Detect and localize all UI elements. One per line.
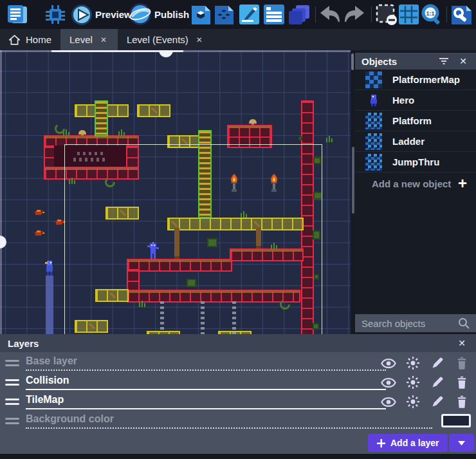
close-icon[interactable]: ✕ bbox=[455, 338, 468, 348]
search-icon bbox=[458, 317, 470, 329]
grid-icon[interactable] bbox=[399, 4, 419, 25]
layer-effects-icon[interactable] bbox=[405, 395, 421, 408]
add-layer-dropdown-button[interactable] bbox=[449, 434, 474, 452]
object-item-platform[interactable]: Platform bbox=[355, 111, 476, 131]
bird-blue-sprite[interactable] bbox=[44, 260, 54, 276]
object-item-ladder[interactable]: Ladder bbox=[355, 131, 476, 152]
canvas-vscrollbar-handle[interactable] bbox=[0, 236, 6, 248]
zoom-1-1-icon[interactable]: 1:1 bbox=[421, 4, 443, 25]
layer-name-field[interactable]: Base layer bbox=[26, 355, 386, 371]
bird-red-sprite[interactable] bbox=[54, 218, 65, 227]
layers-icon[interactable] bbox=[288, 4, 311, 25]
objects-panel-header: Objects ✕ bbox=[355, 53, 476, 70]
edit-scene-icon[interactable] bbox=[239, 4, 259, 25]
edit-layer-icon[interactable] bbox=[430, 376, 445, 389]
layer-name-field[interactable]: Background color bbox=[26, 413, 432, 429]
gdevelop-window: Preview Publish bbox=[0, 0, 476, 459]
add-layer-button[interactable]: Add a layer bbox=[368, 434, 448, 452]
object-item-label: Platform bbox=[392, 115, 432, 126]
branch-decor bbox=[151, 107, 158, 114]
debug-icon[interactable] bbox=[44, 4, 67, 25]
layer-name-field[interactable]: Collision bbox=[26, 375, 386, 390]
edit-layer-icon[interactable] bbox=[430, 357, 445, 370]
background-color-swatch[interactable] bbox=[441, 414, 471, 427]
delete-layer-icon[interactable] bbox=[454, 395, 470, 408]
bird-red-sprite[interactable] bbox=[33, 229, 44, 238]
object-item-jumpthru[interactable]: JumpThru bbox=[355, 152, 476, 173]
drag-handle-icon[interactable] bbox=[5, 398, 19, 405]
plus-icon: + bbox=[458, 177, 467, 190]
objects-list: PlatformerMapHeroPlatformLadderJumpThruA… bbox=[355, 70, 476, 194]
tab-level[interactable]: Level ✕ bbox=[60, 29, 118, 50]
mushroom-decor bbox=[248, 118, 258, 125]
tiles-icon bbox=[365, 133, 382, 150]
tiles-icon bbox=[365, 113, 382, 129]
delete-layer-icon[interactable] bbox=[454, 376, 470, 389]
tab-close-icon[interactable]: ✕ bbox=[194, 34, 205, 46]
plus-icon bbox=[377, 439, 385, 447]
toolbar-separator bbox=[446, 6, 447, 23]
visibility-eye-icon[interactable] bbox=[381, 376, 396, 389]
layer-effects-icon[interactable] bbox=[405, 376, 421, 389]
home-icon bbox=[9, 35, 20, 45]
object-item-platformermap[interactable]: PlatformerMap bbox=[355, 70, 476, 90]
layers-panel: Layers ✕ Base layerCollisionTileMapBackg… bbox=[0, 334, 476, 454]
tab-level-events[interactable]: Level (Events) ✕ bbox=[118, 29, 214, 50]
object-item-hero[interactable]: Hero bbox=[355, 90, 476, 111]
tilemap-icon bbox=[365, 71, 382, 88]
filter-icon[interactable] bbox=[436, 55, 452, 68]
main-toolbar: Preview Publish bbox=[0, 0, 476, 29]
vine-decor bbox=[54, 123, 66, 135]
undo-icon[interactable] bbox=[319, 4, 341, 25]
visibility-eye-icon[interactable] bbox=[381, 395, 396, 408]
canvas-vscrollbar-track[interactable] bbox=[0, 50, 2, 334]
tab-bar: Home Level ✕ Level (Events) ✕ bbox=[0, 29, 476, 50]
layer-row-tilemap[interactable]: TileMap bbox=[0, 392, 476, 411]
preview-icon[interactable] bbox=[71, 4, 93, 25]
add-object-icon[interactable] bbox=[192, 4, 210, 25]
add-new-object-button[interactable]: Add a new object+ bbox=[355, 173, 476, 194]
grass-decor bbox=[325, 135, 334, 142]
panel-divider[interactable] bbox=[351, 50, 355, 334]
clear-selection-icon[interactable] bbox=[376, 4, 398, 25]
search-input[interactable]: Search objects bbox=[362, 318, 458, 329]
chevron-down-icon bbox=[458, 441, 465, 445]
green-block-decor bbox=[298, 136, 302, 140]
events-list-icon[interactable] bbox=[264, 4, 284, 25]
object-groups-icon[interactable] bbox=[215, 4, 233, 25]
preview-label[interactable]: Preview bbox=[95, 0, 132, 29]
scene-canvas[interactable]: 317;204 bbox=[0, 50, 351, 334]
tiles-icon bbox=[365, 154, 382, 171]
tab-home[interactable]: Home bbox=[0, 29, 60, 50]
layer-row-base-layer[interactable]: Base layer bbox=[0, 353, 476, 373]
search-objects-bar[interactable]: Search objects bbox=[355, 314, 476, 332]
tab-close-icon[interactable]: ✕ bbox=[98, 34, 109, 46]
drag-handle-icon[interactable] bbox=[5, 418, 19, 424]
add-new-object-label: Add a new object bbox=[372, 178, 458, 189]
platform-tile-group[interactable] bbox=[137, 104, 170, 117]
close-icon[interactable]: ✕ bbox=[457, 56, 470, 66]
layer-row-background-color[interactable]: Background color bbox=[0, 411, 476, 431]
drag-handle-icon[interactable] bbox=[5, 379, 19, 386]
object-item-label: Hero bbox=[392, 95, 414, 106]
publish-label[interactable]: Publish bbox=[154, 0, 189, 29]
tab-label: Level (Events) bbox=[127, 34, 188, 45]
toolbar-separator bbox=[315, 6, 316, 23]
publish-icon[interactable] bbox=[129, 4, 152, 25]
layer-effects-icon[interactable] bbox=[405, 357, 421, 370]
delete-layer-icon bbox=[454, 357, 470, 370]
redo-icon[interactable] bbox=[343, 4, 365, 25]
project-manager-icon[interactable] bbox=[5, 4, 28, 25]
water-tiles[interactable] bbox=[46, 276, 53, 334]
add-layer-controls: Add a layer bbox=[368, 434, 474, 452]
layer-name-field[interactable]: TileMap bbox=[26, 394, 386, 409]
canvas-hscrollbar-handle[interactable] bbox=[159, 50, 173, 57]
tools-icon[interactable] bbox=[452, 4, 471, 25]
bird-red-sprite[interactable] bbox=[33, 209, 44, 217]
edit-layer-icon[interactable] bbox=[430, 395, 445, 408]
visibility-eye-icon[interactable] bbox=[381, 357, 396, 370]
ladder-tiles[interactable] bbox=[95, 100, 108, 136]
layer-row-collision[interactable]: Collision bbox=[0, 373, 476, 392]
objects-panel: Objects ✕ PlatformerMapHeroPlatformLadde… bbox=[355, 50, 476, 334]
drag-handle-icon[interactable] bbox=[5, 360, 19, 366]
